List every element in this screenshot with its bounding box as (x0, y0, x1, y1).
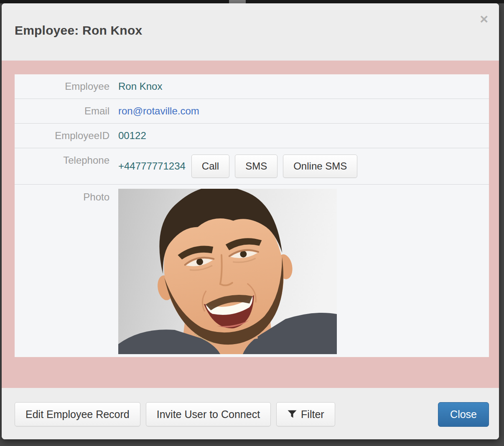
edit-employee-record-button[interactable]: Edit Employee Record (15, 402, 140, 426)
close-icon[interactable]: × (480, 12, 488, 26)
employee-detail-table: Employee Ron Knox Email ron@rotaville.co… (15, 74, 489, 357)
call-button[interactable]: Call (191, 155, 229, 178)
photo-field-label: Photo (15, 185, 109, 209)
email-link[interactable]: ron@rotaville.com (118, 105, 199, 117)
row-email: Email ron@rotaville.com (15, 99, 489, 123)
modal-title: Employee: Ron Knox (15, 23, 142, 38)
telephone-field-value: +44777771234 (118, 160, 186, 172)
filter-icon (287, 409, 297, 419)
employee-field-value: Ron Knox (109, 74, 489, 99)
row-employee-id: EmployeeID 00122 (15, 123, 489, 148)
page-backdrop-segment (229, 0, 246, 3)
employee-detail-modal: Employee: Ron Knox × Employee Ron Knox E… (2, 3, 499, 439)
employee-field-label: Employee (15, 74, 109, 99)
online-sms-button[interactable]: Online SMS (283, 155, 357, 178)
filter-button-label: Filter (301, 408, 324, 420)
row-employee: Employee Ron Knox (15, 74, 489, 99)
modal-body: Employee Ron Knox Email ron@rotaville.co… (2, 61, 499, 388)
modal-header: Employee: Ron Knox × (2, 3, 499, 61)
close-button[interactable]: Close (438, 402, 489, 427)
employee-photo (118, 189, 337, 354)
email-field-label: Email (15, 99, 109, 123)
filter-button[interactable]: Filter (276, 402, 335, 426)
sms-button[interactable]: SMS (235, 155, 277, 178)
modal-footer: Edit Employee Record Invite User to Conn… (2, 388, 499, 439)
row-photo: Photo (15, 184, 489, 357)
row-telephone: Telephone +44777771234 Call SMS Online S… (15, 148, 489, 184)
employee-id-field-value: 00122 (109, 124, 489, 148)
telephone-field-label: Telephone (15, 148, 109, 172)
photo-wrap (109, 185, 337, 357)
employee-id-field-label: EmployeeID (15, 124, 109, 148)
page-backdrop-topbar (0, 0, 504, 3)
invite-user-button[interactable]: Invite User to Connect (146, 402, 271, 426)
